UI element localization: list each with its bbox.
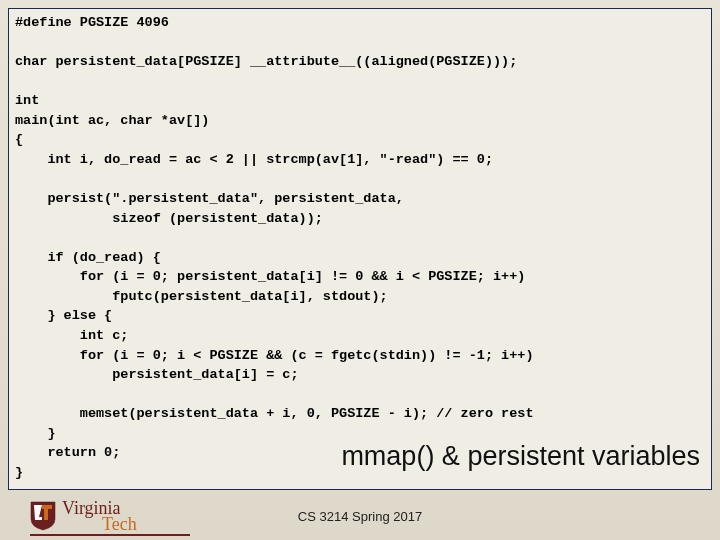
code-line: return 0; — [15, 445, 120, 460]
code-line: memset(persistent_data + i, 0, PGSIZE - … — [15, 406, 533, 421]
vt-shield-icon — [30, 501, 56, 531]
code-line: for (i = 0; persistent_data[i] != 0 && i… — [15, 269, 525, 284]
code-line: } else { — [15, 308, 112, 323]
code-block: #define PGSIZE 4096 char persistent_data… — [8, 8, 712, 490]
code-line: { — [15, 132, 23, 147]
code-line: } — [15, 465, 23, 480]
logo-tech: Tech — [62, 514, 137, 534]
code-line: if (do_read) { — [15, 250, 161, 265]
code-line: int i, do_read = ac < 2 || strcmp(av[1],… — [15, 152, 493, 167]
code-line: char persistent_data[PGSIZE] __attribute… — [15, 54, 517, 69]
code-line: persistent_data[i] = c; — [15, 367, 299, 382]
slide-title: mmap() & persistent variables — [341, 441, 700, 472]
code-line: sizeof (persistent_data)); — [15, 211, 323, 226]
vt-logo: Virginia Tech — [30, 500, 137, 532]
code-line: } — [15, 426, 56, 441]
code-line: int — [15, 93, 39, 108]
code-line: int c; — [15, 328, 128, 343]
code-line: main(int ac, char *av[]) — [15, 113, 209, 128]
code-line: #define PGSIZE 4096 — [15, 15, 169, 30]
vt-logo-text: Virginia Tech — [62, 500, 137, 532]
code-line: for (i = 0; i < PGSIZE && (c = fgetc(std… — [15, 348, 533, 363]
logo-underline — [30, 534, 190, 536]
code-line: persist(".persistent_data", persistent_d… — [15, 191, 404, 206]
code-line: fputc(persistent_data[i], stdout); — [15, 289, 388, 304]
